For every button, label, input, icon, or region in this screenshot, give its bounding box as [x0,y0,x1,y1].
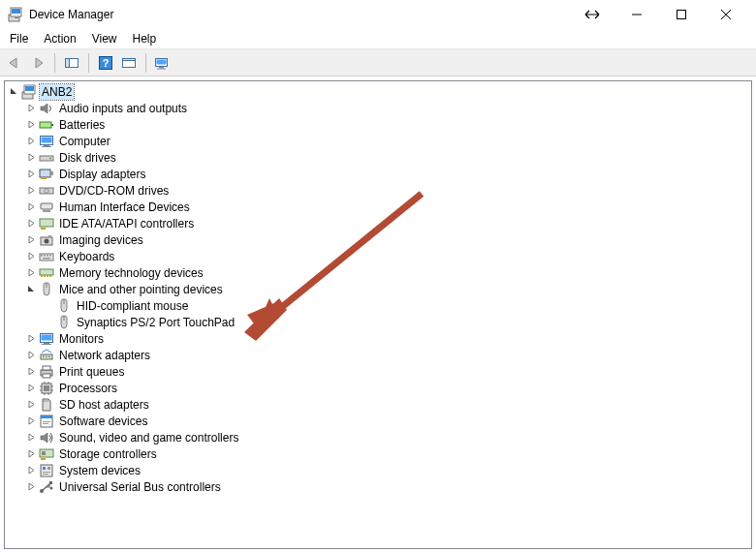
hid-icon [39,200,54,215]
tree-category-row[interactable]: Human Interface Devices [7,199,751,215]
tree-root-label[interactable]: ANB2 [40,84,74,100]
forward-button[interactable] [27,52,48,74]
tree-expand-icon[interactable] [24,233,38,247]
tree-expand-icon[interactable] [24,464,38,477]
tree-expand-icon[interactable] [24,415,38,428]
svg-rect-41 [41,255,43,257]
menu-view[interactable]: View [92,32,117,46]
tree-category-row[interactable]: Imaging devices [7,231,751,248]
tree-expand-icon[interactable] [24,135,38,148]
tree-collapse-icon[interactable] [24,283,38,296]
tree-category-label[interactable]: Storage controllers [57,446,159,462]
tree-expand-icon[interactable] [24,250,38,263]
tree-root-row[interactable]: ANB2 [7,83,751,100]
device-tree-container[interactable]: ANB2Audio inputs and outputsBatteriesCom… [4,80,752,549]
tree-category-label[interactable]: Print queues [57,364,126,380]
svg-rect-50 [49,275,51,277]
svg-rect-57 [42,344,51,345]
svg-rect-64 [43,374,50,378]
tree-category-label[interactable]: Monitors [57,331,106,347]
svg-rect-46 [40,269,53,275]
menu-file[interactable]: File [10,32,28,46]
window-controls [614,0,748,29]
maximize-button[interactable] [659,0,704,29]
tree-expand-icon[interactable] [24,217,38,230]
svg-rect-79 [41,415,52,418]
tree-category-label[interactable]: IDE ATA/ATAPI controllers [57,216,196,231]
tree-category-row[interactable]: SD host adapters [7,396,751,413]
tree-category-row[interactable]: Audio inputs and outputs [7,100,751,116]
tree-category-row[interactable]: Processors [7,380,751,396]
tree-expand-icon[interactable] [24,365,38,379]
svg-rect-75 [44,400,45,402]
tree-category-row[interactable]: Software devices [7,413,751,429]
tree-category-label[interactable]: Network adapters [57,348,152,363]
tree-category-label[interactable]: System devices [57,463,142,478]
tree-device-row[interactable]: Synaptics PS/2 Port TouchPad [7,314,751,330]
tree-category-row[interactable]: Disk drives [7,149,751,166]
tree-category-row[interactable]: Universal Serial Bus controllers [7,478,751,495]
tree-category-label[interactable]: Keyboards [57,249,116,264]
tree-expand-icon[interactable] [24,184,38,198]
tree-category-label[interactable]: Sound, video and game controllers [57,430,240,445]
tree-category-row[interactable]: Storage controllers [7,445,751,462]
tree-device-label[interactable]: HID-compliant mouse [75,298,190,314]
battery-icon [39,117,54,133]
properties-button[interactable] [118,52,140,74]
tree-category-label[interactable]: SD host adapters [57,397,151,413]
tree-expand-icon[interactable] [24,200,38,214]
tree-category-label[interactable]: Human Interface Devices [57,200,192,215]
tree-expand-icon[interactable] [24,332,38,346]
tree-category-row[interactable]: Batteries [7,116,751,133]
tree-expand-icon[interactable] [24,349,38,362]
tree-category-label[interactable]: Disk drives [57,150,118,166]
tree-category-label[interactable]: Mice and other pointing devices [57,282,225,297]
menu-help[interactable]: Help [133,32,157,46]
tree-category-label[interactable]: Computer [57,134,112,149]
tree-category-label[interactable]: Batteries [57,117,107,133]
tree-expand-icon[interactable] [24,266,38,280]
svg-text:?: ? [103,57,110,69]
back-button[interactable] [4,52,25,74]
resize-horizontal-icon[interactable] [570,0,614,29]
tree-expand-icon[interactable] [24,447,38,461]
tree-expand-icon[interactable] [24,151,38,165]
tree-expand-icon[interactable] [24,382,38,395]
menu-action[interactable]: Action [44,32,76,46]
tree-category-label[interactable]: Processors [57,381,119,396]
show-hide-console-button[interactable] [61,52,82,74]
close-button[interactable] [704,0,748,29]
tree-category-row[interactable]: Sound, video and game controllers [7,429,751,445]
tree-category-row[interactable]: DVD/CD-ROM drives [7,182,751,199]
tree-expand-icon[interactable] [24,102,38,115]
tree-category-label[interactable]: DVD/CD-ROM drives [57,183,171,199]
tree-category-label[interactable]: Universal Serial Bus controllers [57,479,223,495]
minimize-button[interactable] [614,0,659,29]
tree-category-row[interactable]: Print queues [7,363,751,380]
tree-category-label[interactable]: Software devices [57,414,149,429]
tree-category-row[interactable]: Mice and other pointing devices [7,281,751,297]
tree-category-row[interactable]: Keyboards [7,248,751,264]
tree-category-label[interactable]: Memory technology devices [57,265,205,281]
scan-hardware-button[interactable] [152,52,173,74]
tree-category-row[interactable]: Network adapters [7,347,751,363]
tree-expand-icon[interactable] [24,398,38,412]
tree-expand-icon[interactable] [24,431,38,445]
tree-category-row[interactable]: IDE ATA/ATAPI controllers [7,215,751,231]
tree-device-label[interactable]: Synaptics PS/2 Port TouchPad [75,315,236,330]
tree-device-row[interactable]: HID-compliant mouse [7,297,751,314]
tree-category-row[interactable]: Memory technology devices [7,264,751,281]
tree-category-label[interactable]: Imaging devices [57,232,145,248]
tree-category-label[interactable]: Audio inputs and outputs [57,101,189,116]
menubar: File Action View Help [0,29,756,48]
tree-category-row[interactable]: Computer [7,133,751,149]
tree-category-label[interactable]: Display adapters [57,167,147,182]
tree-category-row[interactable]: Display adapters [7,166,751,182]
tree-expand-icon[interactable] [24,480,38,494]
tree-collapse-icon[interactable] [7,85,20,99]
tree-expand-icon[interactable] [24,118,38,132]
tree-expand-icon[interactable] [24,168,38,181]
tree-category-row[interactable]: System devices [7,462,751,478]
tree-category-row[interactable]: Monitors [7,330,751,347]
help-button[interactable]: ? [95,52,116,74]
